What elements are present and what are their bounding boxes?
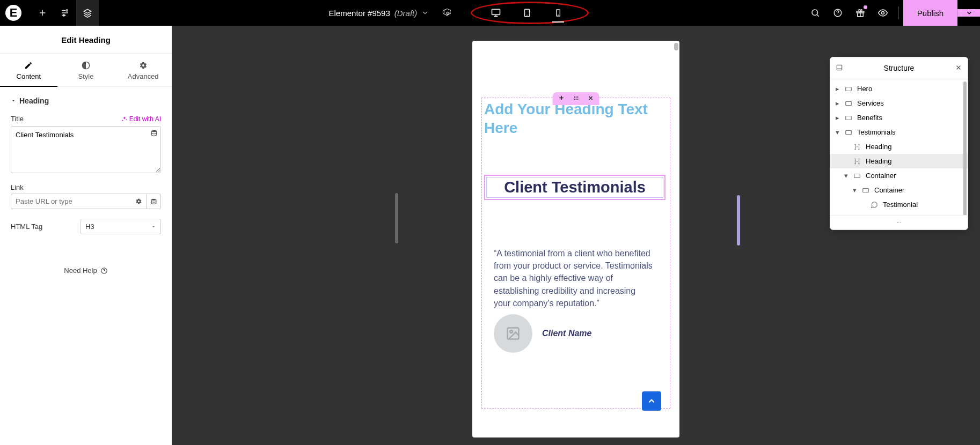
tree-item-heading[interactable]: Heading — [830, 154, 968, 168]
frame-scrollbar[interactable] — [674, 43, 678, 50]
title-label: Title — [11, 115, 24, 123]
svg-rect-27 — [846, 130, 852, 134]
gear-icon — [135, 198, 142, 205]
section-drag-handle[interactable] — [573, 94, 580, 103]
page-settings-button[interactable] — [436, 0, 459, 26]
layers-icon — [83, 8, 92, 18]
canvas-scrollbar-left[interactable] — [395, 193, 398, 243]
gift-icon — [855, 8, 865, 18]
tree-label: Hero — [857, 85, 872, 93]
tab-content[interactable]: Content — [0, 54, 57, 87]
navigator-button[interactable] — [76, 0, 99, 26]
tree-item-container[interactable]: ▾Container — [830, 183, 968, 197]
contrast-icon — [82, 61, 90, 70]
title-input[interactable] — [11, 126, 161, 173]
section-delete-button[interactable] — [588, 94, 594, 103]
tree-label: Container — [874, 186, 904, 194]
chevron-down-icon — [421, 9, 429, 17]
html-tag-select[interactable]: H3 — [81, 219, 161, 234]
svg-point-13 — [151, 199, 156, 201]
tree-item-testimonials[interactable]: ▾Testimonials — [830, 125, 968, 139]
placeholder-heading[interactable]: Add Your Heading Text Here — [484, 100, 665, 137]
tree-item-services[interactable]: ▸Services — [830, 96, 968, 110]
client-name[interactable]: Client Name — [542, 329, 591, 338]
avatar-placeholder[interactable] — [494, 314, 532, 353]
heading-text[interactable]: Client Testimonials — [486, 177, 663, 198]
link-input[interactable] — [11, 194, 131, 209]
structure-close-button[interactable] — [955, 64, 962, 73]
structure-dock-button[interactable] — [836, 64, 843, 73]
tree-item-testimonial[interactable]: Testimonial — [830, 197, 968, 212]
tab-advanced[interactable]: Advanced — [114, 54, 172, 87]
tree-item-benefits[interactable]: ▸Benefits — [830, 110, 968, 125]
scroll-to-top-button[interactable] — [642, 391, 661, 411]
section-add-button[interactable] — [558, 94, 565, 103]
publish-button[interactable]: Publish — [903, 0, 957, 26]
dynamic-tags-button[interactable] — [150, 129, 158, 138]
tree-item-heading[interactable]: Heading — [830, 139, 968, 154]
svg-point-17 — [577, 97, 579, 98]
link-label: Link — [11, 183, 161, 191]
section-toggle-heading[interactable]: Heading — [11, 97, 161, 105]
image-icon — [506, 326, 521, 341]
eye-icon — [877, 8, 888, 18]
container-icon — [853, 172, 861, 180]
canvas-frame[interactable]: Add Your Heading Text Here Client Testim… — [472, 41, 679, 437]
edit-panel: Edit Heading Content Style Advanced Head… — [0, 26, 172, 445]
tree-caret[interactable]: ▾ — [844, 172, 849, 180]
document-title[interactable]: Elementor #9593 (Draft) — [329, 9, 429, 18]
testimonial-icon — [870, 201, 879, 209]
tree-caret[interactable]: ▾ — [836, 128, 840, 136]
structure-scrollbar[interactable] — [963, 81, 967, 215]
site-settings-button[interactable] — [54, 0, 76, 26]
whats-new-button[interactable] — [849, 0, 872, 26]
svg-rect-25 — [846, 101, 852, 105]
tab-style[interactable]: Style — [57, 54, 115, 87]
svg-point-0 — [66, 10, 68, 11]
chevron-up-icon — [647, 396, 656, 406]
tree-label: Services — [857, 99, 884, 107]
tree-item-container[interactable]: ▾Container — [830, 168, 968, 183]
tree-label: Container — [866, 172, 896, 180]
notification-dot — [864, 5, 867, 9]
desktop-icon — [491, 8, 501, 18]
link-dynamic-button[interactable] — [146, 194, 161, 209]
device-tablet-button[interactable] — [511, 0, 543, 26]
add-element-button[interactable] — [31, 0, 54, 26]
caret-down-icon — [151, 224, 156, 229]
tree-label: Testimonial — [883, 201, 918, 209]
help-icon — [833, 8, 843, 18]
tree-caret[interactable]: ▸ — [836, 85, 840, 93]
structure-resize-handle[interactable] — [830, 215, 968, 229]
ellipsis-icon — [894, 220, 904, 225]
elementor-logo[interactable]: E — [5, 5, 21, 21]
edit-with-ai-link[interactable]: Edit with AI — [121, 115, 161, 123]
tree-caret[interactable]: ▸ — [836, 99, 840, 107]
svg-point-32 — [900, 222, 901, 222]
heading-widget-selected[interactable]: Client Testimonials — [484, 175, 665, 200]
help-button[interactable] — [827, 0, 849, 26]
canvas-scrollbar-right[interactable] — [737, 195, 740, 246]
dock-icon — [836, 64, 843, 71]
gear-icon — [443, 9, 452, 18]
tree-caret[interactable]: ▸ — [836, 114, 840, 122]
pencil-icon — [24, 61, 33, 70]
svg-rect-26 — [846, 116, 852, 120]
testimonial-text[interactable]: “A testimonial from a client who benefit… — [494, 247, 653, 309]
finder-button[interactable] — [804, 0, 827, 26]
container-icon — [861, 187, 870, 194]
link-options-button[interactable] — [131, 194, 146, 209]
publish-options-button[interactable] — [957, 9, 980, 17]
tree-label: Testimonials — [857, 128, 896, 136]
need-help-link[interactable]: Need Help — [11, 234, 161, 275]
tree-caret[interactable]: ▾ — [853, 186, 857, 194]
caret-down-icon — [11, 98, 16, 103]
container-icon — [844, 114, 853, 122]
preview-button[interactable] — [872, 0, 894, 26]
svg-point-15 — [574, 97, 575, 98]
device-desktop-button[interactable] — [480, 0, 511, 26]
chevron-down-icon — [966, 9, 973, 17]
tree-item-hero[interactable]: ▸Hero — [830, 81, 968, 96]
gear-icon — [139, 61, 148, 70]
device-mobile-button[interactable] — [543, 0, 574, 26]
